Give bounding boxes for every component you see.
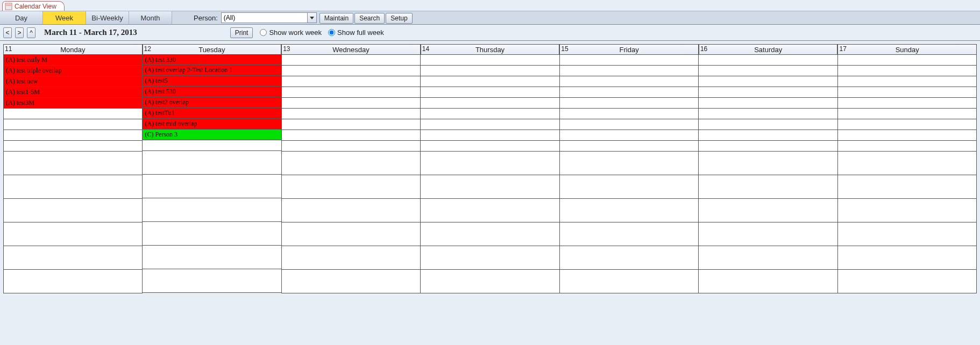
calendar-cell[interactable] <box>838 246 976 270</box>
maintain-button[interactable]: Maintain <box>319 13 353 24</box>
calendar-cell[interactable] <box>282 222 420 246</box>
calendar-cell[interactable] <box>421 130 559 141</box>
calendar-cell[interactable] <box>143 151 281 175</box>
calendar-cell[interactable] <box>4 119 142 130</box>
calendar-cell[interactable] <box>143 269 281 293</box>
calendar-cell[interactable] <box>560 87 698 98</box>
calendar-cell[interactable] <box>699 98 837 109</box>
day-header-sunday[interactable]: 17Sunday <box>837 45 977 54</box>
next-button[interactable]: > <box>15 27 24 38</box>
calendar-cell[interactable] <box>560 199 698 222</box>
calendar-event[interactable]: (A) test early M <box>4 55 142 66</box>
up-button[interactable]: ^ <box>27 27 35 38</box>
calendar-cell[interactable] <box>143 140 281 151</box>
calendar-cell[interactable] <box>560 246 698 270</box>
calendar-cell[interactable] <box>560 175 698 199</box>
calendar-cell[interactable] <box>699 152 837 175</box>
calendar-cell[interactable] <box>699 270 837 293</box>
calendar-cell[interactable] <box>699 222 837 246</box>
calendar-cell[interactable] <box>421 270 559 293</box>
calendar-cell[interactable] <box>421 98 559 109</box>
print-button[interactable]: Print <box>230 27 253 38</box>
prev-button[interactable]: < <box>3 27 12 38</box>
calendar-cell[interactable] <box>560 270 698 293</box>
calendar-cell[interactable] <box>421 55 559 66</box>
calendar-cell[interactable] <box>838 152 976 175</box>
day-header-tuesday[interactable]: 12Tuesday <box>143 45 282 54</box>
calendar-event[interactable]: (A) test 330 <box>143 54 281 65</box>
calendar-cell[interactable] <box>4 246 142 270</box>
person-select[interactable] <box>221 13 317 23</box>
day-header-monday[interactable]: 11Monday <box>3 45 143 54</box>
calendar-cell[interactable] <box>282 175 420 199</box>
calendar-cell[interactable] <box>560 98 698 109</box>
calendar-cell[interactable] <box>560 55 698 66</box>
calendar-cell[interactable] <box>699 246 837 270</box>
person-dropdown-button[interactable] <box>307 12 317 23</box>
full-week-radio-input[interactable] <box>328 29 335 36</box>
calendar-cell[interactable] <box>560 222 698 246</box>
calendar-cell[interactable] <box>838 199 976 222</box>
calendar-cell[interactable] <box>282 199 420 222</box>
calendar-cell[interactable] <box>838 175 976 199</box>
calendar-cell[interactable] <box>4 109 142 119</box>
calendar-cell[interactable] <box>699 141 837 152</box>
calendar-cell[interactable] <box>421 222 559 246</box>
view-button-bi-weekly[interactable]: Bi-Weekly <box>86 11 129 24</box>
calendar-cell[interactable] <box>282 55 420 66</box>
calendar-cell[interactable] <box>560 76 698 87</box>
calendar-event[interactable]: (C) Person 3 <box>143 130 281 140</box>
calendar-cell[interactable] <box>143 175 281 198</box>
tab-calendar-view[interactable]: Calendar View <box>2 1 65 11</box>
calendar-cell[interactable] <box>699 130 837 141</box>
calendar-cell[interactable] <box>838 109 976 119</box>
calendar-cell[interactable] <box>421 199 559 222</box>
calendar-cell[interactable] <box>838 222 976 246</box>
calendar-cell[interactable] <box>838 119 976 130</box>
calendar-event[interactable]: (A) test new <box>4 76 142 87</box>
calendar-cell[interactable] <box>4 152 142 175</box>
day-header-saturday[interactable]: 16Saturday <box>699 45 838 54</box>
calendar-cell[interactable] <box>282 152 420 175</box>
calendar-cell[interactable] <box>699 199 837 222</box>
calendar-cell[interactable] <box>421 66 559 76</box>
calendar-cell[interactable] <box>4 175 142 199</box>
search-button[interactable]: Search <box>354 13 385 24</box>
calendar-cell[interactable] <box>699 66 837 76</box>
calendar-cell[interactable] <box>838 66 976 76</box>
calendar-cell[interactable] <box>838 76 976 87</box>
calendar-cell[interactable] <box>282 87 420 98</box>
calendar-event[interactable]: (A) testTu1 <box>143 108 281 119</box>
calendar-cell[interactable] <box>560 66 698 76</box>
calendar-cell[interactable] <box>143 198 281 222</box>
view-button-week[interactable]: Week <box>43 11 86 24</box>
person-input[interactable] <box>221 12 307 23</box>
calendar-cell[interactable] <box>282 98 420 109</box>
calendar-event[interactable]: (A) test1-5M <box>4 87 142 98</box>
calendar-cell[interactable] <box>143 222 281 246</box>
calendar-event[interactable]: (A) test triple overlap <box>4 66 142 76</box>
day-header-thursday[interactable]: 14Thursday <box>421 45 560 54</box>
calendar-cell[interactable] <box>699 55 837 66</box>
calendar-cell[interactable] <box>699 87 837 98</box>
calendar-cell[interactable] <box>421 109 559 119</box>
day-header-friday[interactable]: 15Friday <box>559 45 699 54</box>
calendar-cell[interactable] <box>560 141 698 152</box>
calendar-cell[interactable] <box>699 175 837 199</box>
calendar-cell[interactable] <box>421 246 559 270</box>
full-week-radio[interactable]: Show full week <box>328 28 384 37</box>
calendar-cell[interactable] <box>560 119 698 130</box>
calendar-cell[interactable] <box>699 109 837 119</box>
calendar-cell[interactable] <box>699 119 837 130</box>
calendar-cell[interactable] <box>560 109 698 119</box>
calendar-cell[interactable] <box>282 109 420 119</box>
calendar-cell[interactable] <box>838 55 976 66</box>
view-button-month[interactable]: Month <box>129 11 172 24</box>
calendar-cell[interactable] <box>421 119 559 130</box>
calendar-cell[interactable] <box>421 141 559 152</box>
calendar-cell[interactable] <box>4 199 142 222</box>
calendar-cell[interactable] <box>838 98 976 109</box>
calendar-cell[interactable] <box>421 76 559 87</box>
calendar-cell[interactable] <box>282 119 420 130</box>
calendar-cell[interactable] <box>282 270 420 293</box>
